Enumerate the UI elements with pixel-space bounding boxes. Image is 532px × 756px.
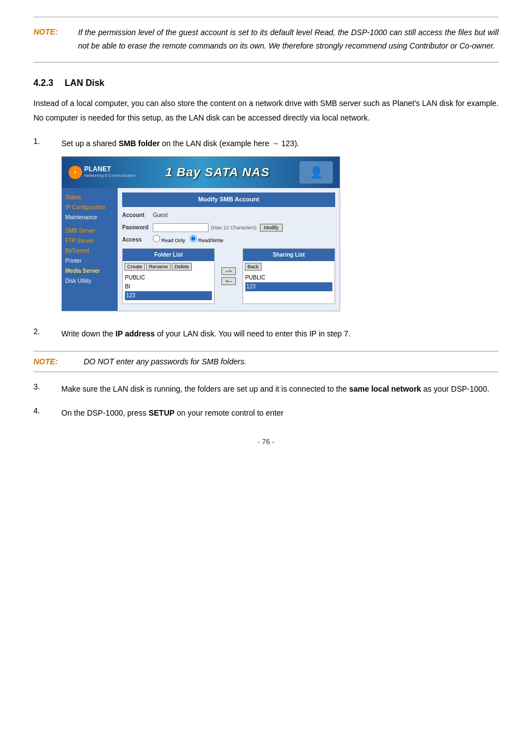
step-4-num: 4. bbox=[33, 406, 61, 415]
step-3-bold: same local network bbox=[349, 384, 421, 393]
sidebar-item-disk-utility[interactable]: Disk Utility bbox=[65, 276, 114, 286]
section-heading: 4.2.3 LAN Disk bbox=[33, 78, 499, 88]
step-1-bold: SMB folder bbox=[119, 139, 160, 148]
nas-folder-123[interactable]: 123 bbox=[125, 291, 212, 300]
nas-folder-list-header: Folder List bbox=[123, 249, 214, 261]
nas-person-icon: 👤 bbox=[299, 161, 333, 184]
nas-screenshot: ● PLANET Networking & Communication 1 Ba… bbox=[61, 156, 340, 311]
step-1-num: 1. bbox=[33, 137, 61, 146]
sidebar-item-ftp[interactable]: FTP Server bbox=[65, 236, 114, 246]
step-3: 3. Make sure the LAN disk is running, th… bbox=[33, 382, 499, 396]
step-3-text-before: Make sure the LAN disk is running, the f… bbox=[61, 384, 349, 393]
nas-logo-text: PLANET bbox=[84, 166, 136, 172]
note-text-inline: DO NOT enter any passwords for SMB folde… bbox=[84, 357, 246, 366]
nas-password-label: Password bbox=[122, 223, 153, 233]
step-3-num: 3. bbox=[33, 382, 61, 391]
step-2-text-before: Write down the bbox=[61, 329, 115, 338]
nas-arrow-right-btn[interactable]: --> bbox=[221, 267, 235, 275]
nas-sharing-toolbar: Back bbox=[243, 261, 335, 272]
step-3-content: Make sure the LAN disk is running, the f… bbox=[61, 382, 499, 396]
nas-radio-group: Read Only Read/Write bbox=[153, 235, 223, 245]
note-box-inline: NOTE: DO NOT enter any passwords for SMB… bbox=[33, 351, 499, 372]
nas-create-btn[interactable]: Create bbox=[124, 263, 145, 271]
nas-sharing-123[interactable]: 123 bbox=[245, 282, 332, 291]
nas-main: Modify SMB Account Account Guest Passwor… bbox=[118, 188, 340, 311]
step-2: 2. Write down the IP address of your LAN… bbox=[33, 327, 499, 341]
nas-account-value: Guest bbox=[153, 210, 168, 220]
page-footer: - 76 - bbox=[33, 437, 499, 446]
nas-back-btn[interactable]: Back bbox=[245, 263, 262, 271]
sidebar-item-media-server[interactable]: Media Server bbox=[65, 266, 114, 276]
nas-radio-readwrite[interactable]: Read/Write bbox=[190, 235, 223, 245]
nas-header: ● PLANET Networking & Communication 1 Ba… bbox=[62, 157, 340, 188]
step-1-text-before: Set up a shared bbox=[61, 139, 119, 148]
sidebar-item-printer[interactable]: Printer bbox=[65, 256, 114, 266]
nas-arrows: --> <-- bbox=[219, 248, 238, 304]
intro-paragraph: Instead of a local computer, you can als… bbox=[33, 96, 499, 126]
nas-password-input[interactable] bbox=[153, 223, 209, 232]
nas-logo: ● PLANET Networking & Communication bbox=[69, 166, 136, 180]
nas-logo-sub: Networking & Communication bbox=[84, 172, 136, 180]
nas-account-label: Account bbox=[122, 210, 153, 220]
section-title: LAN Disk bbox=[65, 78, 104, 88]
nas-sharing-list-col: Sharing List Back PUBLIC 123 bbox=[243, 248, 335, 304]
nas-sharing-list-header: Sharing List bbox=[243, 249, 335, 261]
section-number: 4.2.3 bbox=[33, 78, 54, 88]
nas-rename-btn[interactable]: Rename bbox=[146, 263, 171, 271]
step-3-text-after: as your DSP-1000. bbox=[421, 384, 489, 393]
nas-modify-button[interactable]: Modify bbox=[260, 224, 283, 232]
nas-section-title: Modify SMB Account bbox=[122, 192, 335, 207]
step-2-text-after: of your LAN disk. You will need to enter… bbox=[155, 329, 351, 338]
step-4-text-after: on your remote control to enter bbox=[175, 408, 283, 417]
steps-list-2: 3. Make sure the LAN disk is running, th… bbox=[33, 382, 499, 420]
sidebar-item-bittorrent[interactable]: BitTorrent bbox=[65, 246, 114, 256]
nas-columns: Folder List Create Rename Delete PUBLIC … bbox=[122, 248, 335, 304]
nas-password-row: Password (Max 12 Characters) Modify bbox=[122, 223, 335, 233]
nas-sharing-list: PUBLIC 123 bbox=[243, 272, 335, 292]
step-2-bold: IP address bbox=[115, 329, 155, 338]
sidebar-item-smb[interactable]: SMB Server bbox=[65, 226, 114, 236]
step-4: 4. On the DSP-1000, press SETUP on your … bbox=[33, 406, 499, 420]
note-label-inline: NOTE: bbox=[33, 357, 84, 366]
step-4-text-before: On the DSP-1000, press bbox=[61, 408, 148, 417]
step-4-bold: SETUP bbox=[148, 408, 175, 417]
nas-folder-list-col: Folder List Create Rename Delete PUBLIC … bbox=[122, 248, 215, 304]
step-1: 1. Set up a shared SMB folder on the LAN… bbox=[33, 137, 499, 317]
step-2-content: Write down the IP address of your LAN di… bbox=[61, 327, 499, 341]
step-2-num: 2. bbox=[33, 327, 61, 336]
nas-folder-bi: BI bbox=[125, 282, 212, 291]
nas-sharing-public: PUBLIC bbox=[245, 273, 332, 282]
nas-access-row: Access Read Only Read/Write bbox=[122, 235, 335, 245]
nas-title: 1 Bay SATA NAS bbox=[136, 161, 299, 184]
nas-logo-text-block: PLANET Networking & Communication bbox=[84, 166, 136, 180]
step-4-content: On the DSP-1000, press SETUP on your rem… bbox=[61, 406, 499, 420]
nas-access-label: Access bbox=[122, 235, 153, 245]
nas-folder-list: PUBLIC BI 123 bbox=[123, 272, 214, 301]
nas-folder-public: PUBLIC bbox=[125, 273, 212, 282]
step-1-content: Set up a shared SMB folder on the LAN di… bbox=[61, 137, 499, 317]
nas-radio-readonly[interactable]: Read Only bbox=[153, 235, 185, 245]
sidebar-item-ip-config[interactable]: IP Configuration bbox=[65, 203, 114, 213]
sidebar-item-maintenance[interactable]: Maintenance bbox=[65, 213, 114, 223]
nas-password-hint: (Max 12 Characters) bbox=[211, 223, 257, 232]
steps-list: 1. Set up a shared SMB folder on the LAN… bbox=[33, 137, 499, 341]
sidebar-item-status[interactable]: Status bbox=[65, 192, 114, 203]
nas-body: Status IP Configuration Maintenance SMB … bbox=[62, 188, 340, 311]
nas-account-row: Account Guest bbox=[122, 210, 335, 220]
note-label-top: NOTE: bbox=[33, 26, 78, 36]
nas-folder-toolbar: Create Rename Delete bbox=[123, 261, 214, 272]
nas-delete-btn[interactable]: Delete bbox=[172, 263, 192, 271]
nas-arrow-left-btn[interactable]: <-- bbox=[221, 277, 235, 285]
step-1-text-after: on the LAN disk (example here → 123). bbox=[160, 139, 299, 148]
note-box-top: NOTE: If the permission level of the gue… bbox=[33, 17, 499, 62]
note-text-top: If the permission level of the guest acc… bbox=[78, 26, 499, 53]
nas-logo-circle: ● bbox=[69, 166, 82, 179]
nas-sidebar: Status IP Configuration Maintenance SMB … bbox=[62, 188, 118, 311]
